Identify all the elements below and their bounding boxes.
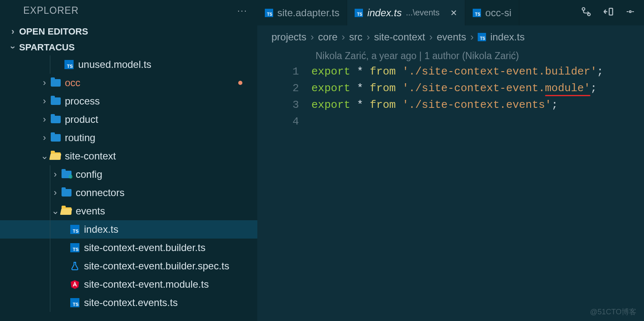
folder-icon: [50, 77, 62, 89]
modified-dot-icon: [238, 81, 242, 85]
breadcrumb-segment[interactable]: projects: [271, 31, 306, 43]
typescript-icon: TS: [69, 297, 81, 309]
tree-item-process[interactable]: ›process: [0, 92, 257, 110]
svg-rect-2: [609, 8, 612, 15]
typescript-icon: TS: [69, 224, 81, 235]
folder-icon: [50, 95, 62, 107]
tree-item-index-ts[interactable]: TSindex.ts: [0, 220, 257, 239]
tab-index-ts[interactable]: TSindex.ts...\events✕: [347, 0, 465, 25]
workspace-section[interactable]: › SPARTACUS: [0, 40, 257, 55]
explorer-header: EXPLORER ···: [0, 0, 257, 24]
tree-item-label: connectors: [76, 187, 124, 199]
tree-item-label: site-context-event.module.ts: [84, 279, 209, 290]
chevron-right-icon: ›: [42, 132, 47, 143]
typescript-icon: TS: [478, 33, 486, 41]
tab-subpath: ...\events: [406, 8, 439, 17]
chevron-right-icon: ›: [470, 31, 474, 43]
watermark: @51CTO博客: [590, 307, 637, 317]
explorer-title: EXPLORER: [23, 5, 79, 16]
tree-item-label: site-context: [65, 150, 116, 162]
tree-item-events[interactable]: ⌄events: [0, 202, 257, 220]
codelens-info[interactable]: Nikola Zarić, a year ago | 1 author (Nik…: [257, 49, 644, 63]
tree-item-config[interactable]: ›config: [0, 165, 257, 184]
folder-open-icon: [50, 150, 62, 162]
tab-label: site.adapter.ts: [277, 7, 339, 19]
breadcrumb-segment[interactable]: core: [318, 31, 338, 43]
tree-item-label: occ: [65, 77, 80, 89]
tab-label: index.ts: [367, 7, 402, 19]
folder-config-icon: [61, 169, 72, 180]
tree-item-label: unused.model.ts: [78, 59, 151, 70]
tree-item-site-context-event-module-ts[interactable]: site-context-event.module.ts: [0, 275, 257, 294]
chevron-right-icon: ›: [52, 169, 58, 180]
tree-item-label: index.ts: [84, 224, 118, 235]
tree-item-routing[interactable]: ›routing: [0, 129, 257, 147]
typescript-icon: TS: [355, 9, 363, 17]
tree-item-site-context-events-ts[interactable]: TSsite-context.events.ts: [0, 294, 257, 312]
line-gutter: 1234: [257, 63, 311, 130]
breadcrumb-segment[interactable]: site-context: [374, 31, 425, 43]
tree-item-unused-model-ts[interactable]: TSunused.model.ts: [0, 55, 257, 74]
tab-occ-si[interactable]: TSocc-si: [465, 0, 519, 25]
typescript-icon: TS: [265, 9, 273, 17]
chevron-right-icon: ›: [367, 31, 370, 43]
folder-icon: [61, 187, 72, 199]
chevron-right-icon: ›: [42, 114, 47, 125]
tree-item-label: product: [65, 114, 98, 125]
angular-icon: [69, 279, 81, 290]
more-icon[interactable]: ···: [237, 5, 247, 16]
tree-item-label: config: [76, 169, 102, 180]
tree-item-site-context-event-builder-ts[interactable]: TSsite-context-event.builder.ts: [0, 239, 257, 257]
code-editor[interactable]: 1234 export * from './site-context-event…: [257, 63, 644, 130]
breadcrumb-segment[interactable]: src: [349, 31, 363, 43]
chevron-right-icon: ›: [342, 31, 345, 43]
breadcrumb-segment[interactable]: events: [437, 31, 466, 43]
flask-icon: [69, 260, 81, 272]
tab-label: occ-si: [485, 7, 511, 19]
chevron-right-icon: ›: [42, 96, 47, 107]
tree-item-site-context[interactable]: ⌄site-context: [0, 147, 257, 165]
folder-open-icon: [61, 205, 72, 217]
tree-item-product[interactable]: ›product: [0, 110, 257, 129]
svg-point-3: [629, 10, 631, 12]
overflow-icon[interactable]: [625, 6, 636, 20]
file-tree: TSunused.model.ts›occ›process›product›ro…: [0, 55, 257, 321]
breadcrumb[interactable]: projects›core›src›site-context›events›TS…: [257, 25, 644, 49]
tree-item-label: site-context.events.ts: [84, 297, 178, 309]
compare-icon[interactable]: [581, 6, 592, 20]
chevron-right-icon: ›: [52, 187, 58, 198]
folder-icon: [50, 132, 62, 144]
tab-site-adapter-ts[interactable]: TSsite.adapter.ts: [257, 0, 347, 25]
tabs-bar: TSsite.adapter.tsTSindex.ts...\events✕TS…: [257, 0, 644, 25]
workspace-label: SPARTACUS: [19, 42, 75, 53]
chevron-right-icon: ›: [42, 77, 47, 88]
chevron-right-icon: ›: [311, 31, 314, 43]
typescript-icon: TS: [63, 59, 75, 70]
close-icon[interactable]: ✕: [450, 8, 457, 18]
typescript-icon: TS: [69, 242, 81, 254]
chevron-right-icon: ›: [10, 26, 16, 37]
tree-item-label: events: [76, 205, 105, 217]
open-editors-section[interactable]: › OPEN EDITORS: [0, 24, 257, 40]
open-editors-label: OPEN EDITORS: [19, 26, 88, 37]
tree-item-occ[interactable]: ›occ: [0, 74, 257, 92]
tree-item-label: process: [65, 95, 100, 107]
tree-item-label: site-context-event.builder.spec.ts: [84, 260, 229, 272]
chevron-down-icon: ⌄: [52, 206, 58, 216]
folder-icon: [50, 114, 62, 125]
explorer-sidebar: EXPLORER ··· › OPEN EDITORS › SPARTACUS …: [0, 0, 257, 321]
editor-main: TSsite.adapter.tsTSindex.ts...\events✕TS…: [257, 0, 644, 321]
svg-point-0: [582, 7, 585, 10]
chevron-right-icon: ›: [429, 31, 432, 43]
breadcrumb-segment[interactable]: index.ts: [490, 31, 525, 43]
chevron-down-icon: ›: [7, 45, 18, 50]
typescript-icon: TS: [473, 9, 481, 17]
split-icon[interactable]: [602, 6, 614, 20]
tree-item-connectors[interactable]: ›connectors: [0, 184, 257, 202]
tree-item-label: site-context-event.builder.ts: [84, 242, 205, 254]
code-content[interactable]: export * from './site-context-event.buil…: [311, 63, 644, 130]
tree-item-site-context-event-builder-spec-ts[interactable]: site-context-event.builder.spec.ts: [0, 257, 257, 275]
tree-item-label: routing: [65, 132, 95, 144]
editor-toolbar: [572, 0, 644, 25]
chevron-down-icon: ⌄: [42, 151, 47, 162]
